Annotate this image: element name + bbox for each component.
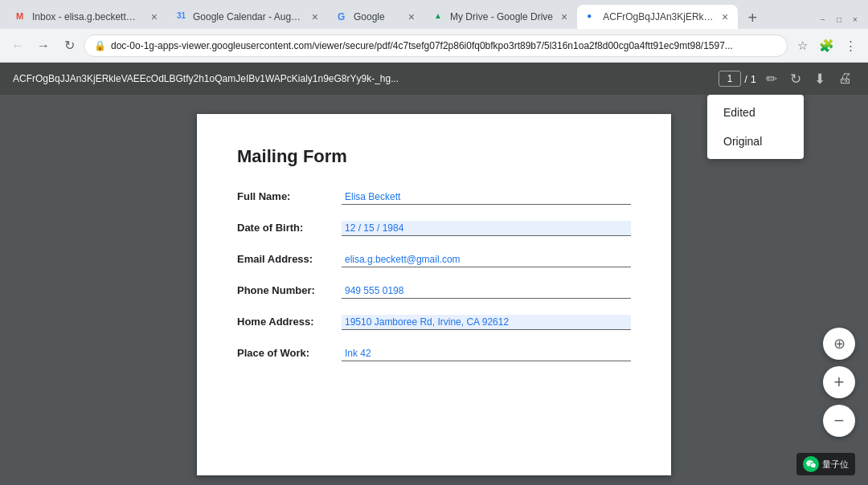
form-row-work: Place of Work: Ink 42: [237, 346, 631, 361]
pdf-title: ACFrOgBqJJAn3KjERkleVAEEcOdLBGtfy2h1oQam…: [13, 73, 712, 84]
tab-gmail[interactable]: M Inbox - elisa.g.beckett@g... ×: [6, 5, 167, 29]
page-total: 1: [751, 73, 756, 85]
new-tab-button[interactable]: +: [741, 6, 764, 29]
edit-icon[interactable]: ✏: [763, 67, 780, 91]
tab-docs-close[interactable]: ×: [722, 10, 728, 23]
work-field-wrapper: Ink 42: [342, 346, 631, 361]
zoom-in-icon: +: [834, 372, 845, 393]
extensions-icon[interactable]: 🧩: [815, 35, 837, 57]
address-label: Home Address:: [237, 316, 342, 328]
zoom-out-btn[interactable]: −: [823, 405, 855, 437]
browser-toolbar-icons: ☆ 🧩 ⋮: [791, 35, 862, 57]
phone-label: Phone Number:: [237, 284, 342, 296]
lock-icon: 🔒: [94, 40, 106, 51]
close-button[interactable]: ×: [849, 13, 862, 26]
download-icon[interactable]: ⬇: [811, 67, 829, 91]
tab-gcal[interactable]: 31 Google Calendar - Augus... ×: [167, 5, 328, 29]
tab-docs-label: ACFrOgBqJJAn3KjERkle...: [603, 11, 714, 22]
tab-google[interactable]: G Google ×: [328, 5, 424, 29]
dob-field-wrapper: 12 / 15 / 1984: [342, 221, 631, 236]
email-value: elisa.g.beckett@gmail.com: [342, 252, 631, 267]
phone-value: 949 555 0198: [342, 283, 631, 299]
tab-gcal-close[interactable]: ×: [312, 10, 318, 23]
context-menu-edited[interactable]: Edited: [707, 98, 804, 127]
fullname-label: Full Name:: [237, 190, 342, 202]
side-buttons: ⊕ + −: [823, 328, 855, 437]
pdf-page-info: / 1: [719, 71, 756, 87]
print-icon[interactable]: 🖨: [835, 67, 855, 90]
form-row-email: Email Address: elisa.g.beckett@gmail.com: [237, 252, 631, 267]
tab-docs[interactable]: ● ACFrOgBqJJAn3KjERkle... ×: [577, 5, 738, 29]
tab-google-close[interactable]: ×: [408, 10, 415, 23]
gcal-favicon: 31: [177, 11, 188, 22]
page-separator: /: [744, 73, 747, 85]
address-bar-row: ← → ↻ 🔒 doc-0o-1g-apps-viewer.googleuser…: [0, 29, 868, 63]
tab-google-label: Google: [354, 11, 400, 22]
form-row-dob: Date of Birth: 12 / 15 / 1984: [237, 221, 631, 236]
address-field-wrapper: 19510 Jamboree Rd, Irvine, CA 92612: [342, 315, 631, 330]
url-text: doc-0o-1g-apps-viewer.googleusercontent.…: [111, 40, 777, 51]
docs-favicon: ●: [587, 11, 598, 22]
work-value: Ink 42: [342, 346, 631, 361]
form-title: Mailing Form: [237, 146, 631, 167]
pdf-actions: ✏ ↻ ⬇ 🖨: [763, 67, 855, 91]
form-row-fullname: Full Name: Elisa Beckett: [237, 190, 631, 205]
context-menu: Edited Original: [707, 95, 804, 159]
tab-gmail-label: Inbox - elisa.g.beckett@g...: [32, 11, 143, 22]
pdf-page: Mailing Form Full Name: Elisa Beckett Da…: [197, 114, 671, 475]
menu-icon[interactable]: ⋮: [839, 35, 862, 57]
dob-value: 12 / 15 / 1984: [342, 221, 631, 236]
dob-label: Date of Birth:: [237, 222, 342, 234]
expand-icon: ⊕: [833, 335, 845, 353]
form-row-phone: Phone Number: 949 555 0198: [237, 283, 631, 299]
content-area: Mailing Form Full Name: Elisa Beckett Da…: [0, 95, 868, 485]
tab-bar: M Inbox - elisa.g.beckett@g... × 31 Goog…: [0, 0, 868, 29]
email-label: Email Address:: [237, 253, 342, 265]
tab-gcal-label: Google Calendar - Augus...: [193, 11, 304, 22]
tab-drive[interactable]: ▲ My Drive - Google Drive ×: [424, 5, 577, 29]
form-row-address: Home Address: 19510 Jamboree Rd, Irvine,…: [237, 315, 631, 330]
address-value: 19510 Jamboree Rd, Irvine, CA 92612: [342, 315, 631, 330]
address-bar[interactable]: 🔒 doc-0o-1g-apps-viewer.googleuserconten…: [84, 35, 788, 57]
google-favicon: G: [338, 11, 349, 22]
phone-field-wrapper: 949 555 0198: [342, 283, 631, 299]
zoom-out-icon: −: [834, 410, 845, 431]
pdf-toolbar: ACFrOgBqJJAn3KjERkleVAEEcOdLBGtfy2h1oQam…: [0, 63, 868, 95]
gmail-favicon: M: [16, 11, 27, 22]
wechat-icon: [803, 456, 819, 472]
email-field-wrapper: elisa.g.beckett@gmail.com: [342, 252, 631, 267]
reload-button[interactable]: ↻: [58, 35, 80, 57]
maximize-button[interactable]: □: [833, 13, 845, 26]
bookmark-icon[interactable]: ☆: [791, 35, 813, 57]
wechat-badge: 量子位: [796, 453, 855, 475]
wechat-label: 量子位: [822, 459, 849, 471]
expand-btn[interactable]: ⊕: [823, 328, 855, 360]
refresh-icon[interactable]: ↻: [787, 67, 805, 91]
tab-drive-label: My Drive - Google Drive: [450, 11, 553, 22]
fullname-value: Elisa Beckett: [342, 190, 631, 205]
zoom-in-btn[interactable]: +: [823, 366, 855, 398]
tab-drive-close[interactable]: ×: [561, 10, 567, 23]
forward-button[interactable]: →: [32, 35, 55, 57]
page-number-input[interactable]: [719, 71, 741, 87]
work-label: Place of Work:: [237, 347, 342, 359]
minimize-button[interactable]: −: [817, 13, 829, 26]
browser-frame: M Inbox - elisa.g.beckett@g... × 31 Goog…: [0, 0, 868, 485]
fullname-field-wrapper: Elisa Beckett: [342, 190, 631, 205]
drive-favicon: ▲: [434, 11, 445, 22]
back-button[interactable]: ←: [6, 35, 29, 57]
window-controls: − □ ×: [817, 13, 862, 29]
context-menu-original[interactable]: Original: [707, 127, 804, 156]
tab-gmail-close[interactable]: ×: [151, 10, 158, 23]
